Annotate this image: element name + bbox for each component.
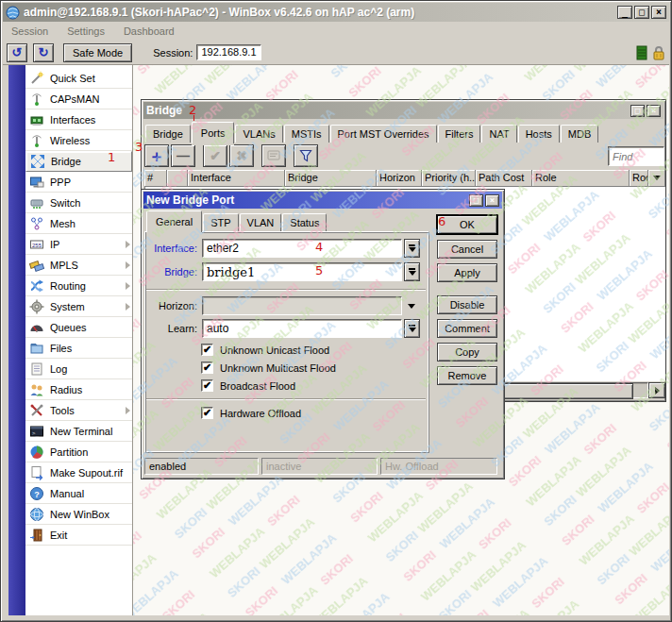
bridge-label: Bridge:	[145, 266, 202, 277]
sidebar-item-ppp[interactable]: PPP	[25, 172, 132, 193]
hardware-offload-row[interactable]: ✔ Hardware Offload	[201, 407, 301, 419]
sidebar-item-interfaces[interactable]: Interfaces	[25, 109, 132, 130]
remove-button[interactable]: Remove	[437, 366, 497, 385]
submenu-arrow-icon	[126, 303, 130, 311]
add-icon[interactable]: ＋	[144, 144, 169, 167]
tab-mdb[interactable]: MDB	[561, 125, 598, 143]
dialog-close-button[interactable]: ×	[485, 194, 499, 207]
dialog-titlebar[interactable]: New Bridge Port □ ×	[143, 192, 502, 209]
filter-icon[interactable]	[294, 144, 318, 167]
sidebar-item-files[interactable]: Files	[25, 338, 132, 359]
tab-nat[interactable]: NAT	[481, 125, 516, 143]
mpls-icon	[29, 258, 44, 273]
tab-port-mst-overrides[interactable]: Port MST Overrides	[330, 125, 437, 143]
scroll-right-button[interactable]	[648, 382, 665, 398]
sidebar-item-manual[interactable]: ? Manual	[25, 483, 132, 504]
main-titlebar[interactable]: admin@192.168.9.1 (Skori-hAPac^2) - WinB…	[3, 3, 669, 22]
sidebar-item-radius[interactable]: Radius	[25, 379, 132, 400]
sidebar-item-mpls[interactable]: MPLS	[25, 255, 132, 276]
horizon-dropdown-icon[interactable]	[402, 304, 420, 309]
redo-icon[interactable]: ↻	[33, 43, 54, 62]
sidebar-item-bridge[interactable]: Bridge	[25, 151, 132, 172]
enable-icon[interactable]: ✔	[203, 144, 227, 167]
tab-ports[interactable]: Ports	[192, 122, 235, 143]
ok-button[interactable]: OK	[437, 215, 497, 234]
column-path-cost[interactable]: Path Cost	[476, 170, 532, 187]
tab-hosts[interactable]: Hosts	[518, 125, 560, 143]
menu-dashboard[interactable]: Dashboard	[124, 25, 175, 37]
checkbox-checked-icon[interactable]: ✔	[201, 407, 213, 419]
column-bridge[interactable]: Bridge	[285, 170, 377, 187]
undo-icon[interactable]: ↺	[7, 43, 27, 62]
find-input[interactable]	[608, 146, 664, 166]
interface-field[interactable]: ether2	[202, 239, 402, 258]
cancel-button[interactable]: Cancel	[437, 240, 497, 259]
sidebar-item-queues[interactable]: Queues	[25, 317, 132, 338]
broadcast-flood-row[interactable]: ✔ Broadcast Flood	[201, 379, 295, 392]
learn-field[interactable]: auto	[202, 319, 402, 338]
tab-filters[interactable]: Filters	[438, 125, 481, 143]
bridge-close-button[interactable]: ×	[647, 105, 661, 117]
column-flags[interactable]	[167, 170, 188, 187]
session-value[interactable]: 192.168.9.1	[196, 44, 260, 60]
sidebar-item-wireless[interactable]: Wireless	[25, 130, 132, 151]
safe-mode-button[interactable]: Safe Mode	[63, 43, 132, 62]
tab-mstis[interactable]: MSTIs	[284, 125, 329, 143]
sidebar-item-system[interactable]: System	[25, 296, 132, 317]
tab-stp[interactable]: STP	[203, 213, 238, 231]
sidebar-item-tools[interactable]: Tools	[25, 400, 132, 421]
sidebar-item-quick-set[interactable]: Quick Set	[25, 68, 132, 89]
tab-general[interactable]: General	[146, 210, 202, 232]
bridge-window-titlebar[interactable]: Bridge □ ×	[143, 102, 664, 119]
disable-icon[interactable]: ✖	[229, 144, 254, 167]
column-number[interactable]: #	[144, 170, 167, 187]
sidebar-item-exit[interactable]: Exit	[25, 525, 132, 546]
tab-status[interactable]: Status	[282, 213, 327, 231]
sidebar-item-ip[interactable]: 255 IP	[25, 234, 132, 255]
column-root[interactable]: Roo	[630, 170, 648, 187]
close-button[interactable]: ×	[651, 6, 666, 19]
bridge-dropdown-icon[interactable]	[404, 262, 420, 281]
column-horizon[interactable]: Horizon	[377, 170, 422, 187]
checkbox-checked-icon[interactable]: ✔	[201, 344, 213, 356]
sidebar-item-log[interactable]: Log	[25, 359, 132, 379]
unknown-multicast-flood-row[interactable]: ✔ Unknown Multicast Flood	[201, 361, 336, 374]
sidebar-item-label: IP	[50, 239, 59, 250]
tab-bridge[interactable]: Bridge	[145, 125, 191, 143]
menu-session[interactable]: Session	[11, 25, 48, 37]
checkbox-checked-icon[interactable]: ✔	[201, 361, 213, 374]
sidebar-item-new-terminal[interactable]: >_ New Terminal	[25, 421, 132, 442]
copy-button[interactable]: Copy	[437, 343, 497, 361]
checkbox-checked-icon[interactable]: ✔	[201, 379, 213, 392]
sidebar-item-mesh[interactable]: Mesh	[25, 213, 132, 234]
horizon-field[interactable]	[202, 296, 402, 315]
sidebar-item-partition[interactable]: Partition	[25, 442, 132, 462]
interface-dropdown-icon[interactable]	[404, 239, 420, 258]
sidebar-item-label: System	[50, 301, 85, 312]
sidebar-item-new-winbox[interactable]: New WinBox	[25, 504, 132, 525]
sidebar-item-switch[interactable]: Switch	[25, 193, 132, 213]
bridge-field[interactable]: bridge1	[202, 262, 402, 281]
sidebar-item-make-supout[interactable]: Make Supout.rif	[25, 462, 132, 483]
comment-button[interactable]: Comment	[437, 319, 497, 338]
menu-settings[interactable]: Settings	[67, 25, 105, 37]
column-menu-button[interactable]	[648, 170, 665, 187]
column-priority[interactable]: Priority (h...	[422, 170, 476, 187]
minimize-button[interactable]: _	[617, 6, 632, 19]
partition-icon	[29, 445, 44, 460]
apply-button[interactable]: Apply	[437, 263, 497, 282]
column-interface[interactable]: Interface	[188, 170, 285, 187]
bridge-maximize-button[interactable]: □	[630, 105, 645, 117]
remove-icon[interactable]: —	[171, 144, 195, 167]
maximize-button[interactable]: □	[634, 6, 649, 19]
unknown-unicast-flood-row[interactable]: ✔ Unknown Unicast Flood	[201, 344, 329, 356]
sidebar-item-routing[interactable]: Routing	[25, 276, 132, 296]
tab-vlans[interactable]: VLANs	[235, 125, 282, 143]
column-role[interactable]: Role	[532, 170, 630, 187]
learn-dropdown-icon[interactable]	[404, 319, 420, 338]
dialog-maximize-button[interactable]: □	[469, 194, 483, 207]
comment-icon[interactable]	[261, 144, 286, 167]
sidebar-item-capsman[interactable]: CAPsMAN	[25, 89, 132, 109]
disable-button[interactable]: Disable	[437, 295, 497, 314]
tab-vlan[interactable]: VLAN	[240, 213, 282, 231]
